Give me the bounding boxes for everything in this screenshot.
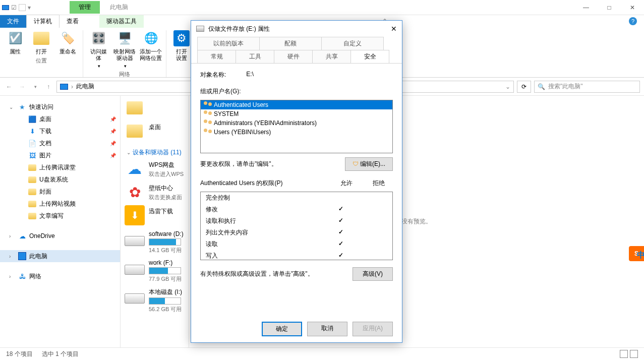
ribbon-add-location-button[interactable]: 🌐添加一个 网络位置: [141, 30, 161, 69]
user-item[interactable]: Users (YEBIN\Users): [201, 128, 392, 137]
no-preview-text: 没有预览。: [401, 217, 432, 226]
view-large-icon[interactable]: [630, 350, 638, 358]
breadcrumb-separator-icon: ›: [71, 83, 73, 90]
permission-list[interactable]: 完全控制修改✓读取和执行✓列出文件夹内容✓读取✓写入✓: [200, 192, 393, 260]
window-title: 此电脑: [110, 3, 128, 12]
star-icon: ★: [18, 103, 26, 111]
item-wps[interactable]: ☁ WPS网盘双击进入WPS: [125, 159, 189, 179]
ribbon-rename-button[interactable]: 🏷️重命名: [57, 30, 78, 55]
dialog-close-button[interactable]: ✕: [391, 25, 397, 33]
sidebar-item[interactable]: 🟦桌面📌: [0, 113, 120, 125]
sidebar-item[interactable]: ⬇下载📌: [0, 125, 120, 137]
manage-contextual-tab[interactable]: 管理: [70, 1, 100, 14]
maximize-button[interactable]: □: [598, 0, 621, 15]
sidebar-item[interactable]: 封面: [0, 186, 120, 198]
user-item[interactable]: Administrators (YEBIN\Administrators): [201, 118, 392, 128]
allow-header: 允许: [328, 179, 365, 188]
network-drive-icon: 🖥️: [116, 30, 133, 46]
sidebar-item[interactable]: U盘装系统: [0, 173, 120, 186]
permission-item: 完全控制: [201, 192, 392, 204]
advanced-button[interactable]: 高级(V): [353, 267, 393, 281]
tab-security[interactable]: 安全: [350, 50, 389, 63]
advanced-hint: 有关特殊权限或高级设置，请单击"高级"。: [200, 270, 314, 278]
folder-icon: [28, 163, 36, 171]
help-icon[interactable]: ?: [629, 17, 637, 25]
ribbon-open-button[interactable]: 打开: [31, 30, 51, 55]
folder-desktop[interactable]: 桌面: [125, 121, 189, 141]
drive-item[interactable]: work (F:)77.9 GB 可用: [125, 257, 189, 283]
sidebar-network[interactable]: ›🖧网络: [0, 270, 120, 282]
tab-view[interactable]: 查看: [60, 15, 86, 28]
tab-quota[interactable]: 配额: [259, 37, 322, 50]
folder-icon: [28, 188, 36, 196]
tab-computer[interactable]: 计算机: [26, 15, 60, 28]
qat-dropdown-icon[interactable]: ▾: [28, 4, 31, 11]
sidebar-item[interactable]: 🖼图片📌: [0, 149, 120, 161]
ribbon-open-settings-button[interactable]: ⚙打开 设置: [171, 30, 192, 62]
users-icon: [204, 119, 212, 127]
user-item[interactable]: SYSTEM: [201, 109, 392, 118]
ok-button[interactable]: 确定: [262, 322, 302, 336]
tab-drive-tools[interactable]: 驱动器工具: [99, 15, 144, 28]
view-details-icon[interactable]: [620, 350, 628, 358]
apply-button[interactable]: 应用(A): [353, 322, 393, 336]
item-wallpaper[interactable]: ✿ 壁纸中心双击更换桌面: [125, 182, 189, 202]
address-dropdown-icon[interactable]: ⌄: [505, 83, 510, 90]
breadcrumb-root[interactable]: 此电脑: [76, 82, 94, 91]
status-bar: 18 个项目 选中 1 个项目: [0, 347, 644, 360]
tab-tools[interactable]: 工具: [236, 50, 274, 63]
tab-sharing[interactable]: 共享: [312, 50, 351, 63]
pin-icon: 📌: [110, 116, 116, 122]
tab-file[interactable]: 文件: [0, 15, 26, 28]
item-xunlei[interactable]: ⬇ 迅雷下载: [125, 205, 189, 225]
object-name-value: E:\: [246, 71, 254, 79]
folder-open-icon: [33, 30, 49, 46]
check-icon: ✓: [323, 217, 359, 225]
tab-previous-versions[interactable]: 以前的版本: [197, 37, 260, 50]
qat-props-icon[interactable]: ☑: [11, 4, 17, 11]
recent-locations-button[interactable]: ▾: [30, 82, 40, 92]
sidebar-item[interactable]: 文章编写: [0, 210, 120, 222]
ribbon-group-location: 位置: [36, 57, 47, 65]
user-item[interactable]: Authenticated Users: [201, 100, 392, 109]
folder-icon: 📄: [28, 139, 36, 147]
back-button[interactable]: ←: [4, 82, 14, 92]
tab-general[interactable]: 常规: [197, 50, 236, 63]
refresh-button[interactable]: ⟳: [517, 81, 531, 93]
shield-icon: 🛡: [353, 160, 359, 167]
folder-item[interactable]: [125, 98, 189, 118]
drive-icon: [125, 228, 145, 249]
sidebar-this-pc[interactable]: ›此电脑: [0, 250, 120, 262]
ribbon-access-media-button[interactable]: 🎛️访问媒体: [88, 30, 108, 69]
drive-item[interactable]: software (D:)14.1 GB 可用: [125, 228, 189, 254]
check-icon: ✓: [323, 205, 359, 214]
minimize-button[interactable]: —: [574, 0, 598, 15]
edit-permissions-button[interactable]: 🛡 编辑(E)...: [345, 157, 393, 171]
sidebar-quick-access[interactable]: ⌄★快速访问: [0, 101, 120, 113]
search-input[interactable]: 🔍 搜索"此电脑": [534, 81, 640, 93]
network-location-icon: 🌐: [143, 30, 159, 46]
up-button[interactable]: ↑: [43, 82, 53, 92]
qat-new-icon[interactable]: [19, 4, 26, 11]
section-devices-drives[interactable]: ⌄设备和驱动器 (11): [125, 144, 189, 159]
close-button[interactable]: ✕: [621, 0, 644, 15]
tab-hardware[interactable]: 硬件: [274, 50, 313, 63]
cloud-icon: ☁: [18, 232, 26, 240]
tab-customize[interactable]: 自定义: [321, 37, 384, 50]
ime-language-indicator[interactable]: 中: [637, 250, 644, 261]
wallpaper-icon: ✿: [125, 182, 145, 202]
pc-icon: [60, 84, 68, 90]
ribbon-properties-button[interactable]: ☑️属性: [5, 30, 25, 55]
forward-button[interactable]: →: [17, 82, 27, 92]
sidebar-onedrive[interactable]: ›☁OneDrive: [0, 230, 120, 242]
drive-item[interactable]: 本地磁盘 (I:)56.2 GB 可用: [125, 286, 189, 313]
system-menu-icon[interactable]: [2, 5, 9, 10]
sidebar-item[interactable]: 上传网站视频: [0, 198, 120, 210]
ribbon-map-drive-button[interactable]: 🖥️映射网络 驱动器: [114, 30, 135, 69]
permission-item: 读取和执行✓: [201, 215, 392, 227]
sidebar-item[interactable]: 📄文档📌: [0, 137, 120, 149]
permission-item: 写入✓: [201, 250, 392, 262]
cancel-button[interactable]: 取消: [307, 322, 347, 336]
user-list[interactable]: Authenticated UsersSYSTEMAdministrators …: [200, 100, 393, 153]
sidebar-item[interactable]: 上传腾讯课堂: [0, 161, 120, 173]
